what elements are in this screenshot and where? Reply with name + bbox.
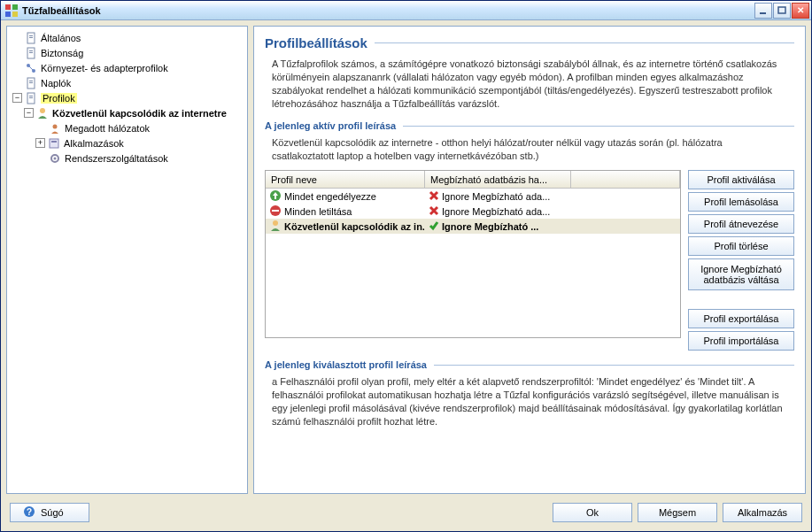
main-panel: Profilbeállítások A Tűzfalprofilok számo… — [253, 26, 806, 494]
svg-rect-1 — [12, 4, 18, 10]
collapse-icon[interactable]: − — [24, 108, 34, 118]
tree-label: Profilok — [41, 93, 77, 104]
check-icon — [429, 220, 439, 233]
tree-item-logs[interactable]: Naplók — [9, 75, 245, 90]
user-icon — [269, 220, 282, 234]
tree-label: Környezet- és adapterprofilok — [41, 63, 168, 73]
cell-name: Közvetlenül kapcsolódik az in... — [284, 221, 425, 232]
page-heading: Profilbeállítások — [265, 35, 794, 50]
svg-line-14 — [29, 66, 33, 70]
profiles-table[interactable]: Profil neve Megbízható adatbázis ha... M… — [265, 170, 681, 338]
svg-rect-17 — [29, 82, 33, 83]
bottom-bar: ? Súgó Ok Mégsem Alkalmazás — [6, 499, 806, 526]
cell-trust: Ignore Megbízható ada... — [442, 206, 550, 217]
svg-rect-20 — [29, 97, 33, 98]
help-button[interactable]: ? Súgó — [10, 503, 89, 522]
clone-button[interactable]: Profil lemásolása — [688, 192, 794, 212]
tree-item-security[interactable]: Biztonság — [9, 45, 245, 60]
col-profile-name[interactable]: Profil neve — [266, 171, 425, 188]
toggle-trust-button[interactable]: Ignore Megbízható adatbázis váltása — [688, 258, 794, 290]
table-row[interactable]: Mindet engedélyezze Ignore Megbízható ad… — [266, 189, 680, 204]
import-button[interactable]: Profil importálása — [688, 331, 794, 351]
tree-item-profiles[interactable]: − Profilok — [9, 90, 245, 105]
rename-button[interactable]: Profil átnevezése — [688, 214, 794, 234]
tree-item-adapters[interactable]: Környezet- és adapterprofilok — [9, 60, 245, 75]
table-row[interactable]: Minden letiltása Ignore Megbízható ada..… — [266, 204, 680, 219]
svg-rect-2 — [5, 12, 11, 17]
delete-button[interactable]: Profil törlése — [688, 236, 794, 256]
svg-point-26 — [54, 157, 57, 159]
active-profile-heading: A jelenleg aktív profil leírása — [265, 120, 794, 131]
block-icon — [269, 204, 282, 219]
svg-rect-3 — [12, 12, 18, 17]
close-button[interactable]: ✕ — [792, 3, 809, 19]
tree-item-direct-internet[interactable]: − Közvetlenül kapcsolódik az internetre — [9, 105, 245, 120]
maximize-button[interactable] — [773, 3, 791, 19]
window-title: Tűzfalbeállítások — [22, 5, 754, 16]
minimize-button[interactable] — [754, 3, 772, 19]
table-row[interactable]: Közvetlenül kapcsolódik az in... Ignore … — [266, 219, 680, 234]
profiles-area: Profil neve Megbízható adatbázis ha... M… — [265, 170, 794, 351]
help-icon: ? — [23, 505, 35, 520]
cell-trust: Ignore Megbízható ada... — [442, 191, 550, 202]
page-heading-text: Profilbeállítások — [265, 35, 367, 50]
activate-button[interactable]: Profil aktiválása — [688, 170, 794, 189]
cell-name: Mindet engedélyezze — [284, 191, 376, 202]
gear-icon — [48, 151, 62, 166]
person-icon — [48, 121, 62, 135]
tree-item-apps[interactable]: + Alkalmazások — [9, 135, 245, 150]
col-trusted-db[interactable]: Megbízható adatbázis ha... — [425, 171, 571, 188]
nav-tree[interactable]: Általános Biztonság Környezet- és adapte… — [6, 26, 248, 494]
selected-profile-heading: A jelenleg kiválasztott profil leírása — [265, 359, 794, 370]
svg-rect-29 — [272, 210, 279, 212]
col-spacer — [571, 171, 680, 188]
doc-icon — [24, 76, 38, 90]
tree-label: Közvetlenül kapcsolódik az internetre — [52, 108, 227, 119]
svg-rect-19 — [29, 96, 33, 96]
tree-item-services[interactable]: Rendszerszolgáltatások — [9, 150, 245, 166]
table-header: Profil neve Megbízható adatbázis ha... — [266, 171, 680, 189]
svg-rect-7 — [29, 35, 33, 36]
doc-icon — [24, 31, 38, 45]
cancel-button[interactable]: Mégsem — [638, 503, 717, 522]
content-row: Általános Biztonság Környezet- és adapte… — [6, 26, 806, 494]
help-label: Súgó — [41, 507, 64, 518]
table-body: Mindet engedélyezze Ignore Megbízható ad… — [266, 189, 680, 234]
titlebar: Tűzfalbeállítások ✕ — [1, 1, 811, 20]
tree-label: Rendszerszolgáltatások — [65, 153, 168, 164]
svg-text:?: ? — [27, 507, 32, 517]
selected-profile-text: a Felhasználói profil olyan profil, mely… — [265, 374, 794, 429]
collapse-icon[interactable]: − — [12, 93, 22, 103]
ok-button[interactable]: Ok — [553, 503, 632, 522]
expand-icon[interactable]: + — [35, 138, 45, 148]
cell-trust: Ignore Megbízható ... — [442, 221, 538, 232]
profile-buttons: Profil aktiválása Profil lemásolása Prof… — [688, 170, 794, 351]
svg-rect-10 — [29, 50, 33, 51]
tree-label: Alkalmazások — [64, 138, 124, 149]
tree-label: Általános — [41, 33, 81, 43]
tree-item-networks[interactable]: Megadott hálózatok — [9, 120, 245, 135]
svg-rect-0 — [5, 4, 11, 10]
tree-label: Megadott hálózatok — [65, 123, 150, 134]
tree-label: Naplók — [41, 78, 71, 89]
client-area: Általános Biztonság Környezet- és adapte… — [1, 20, 811, 531]
x-icon — [429, 190, 439, 203]
network-icon — [24, 61, 38, 75]
svg-point-21 — [40, 108, 45, 113]
apply-button[interactable]: Alkalmazás — [723, 503, 802, 522]
tree-label: Biztonság — [41, 48, 83, 58]
export-button[interactable]: Profil exportálása — [688, 309, 794, 328]
active-profile-text: Közvetlenül kapcsolódik az internetre - … — [265, 135, 794, 165]
tree-item-general[interactable]: Általános — [9, 30, 245, 45]
svg-rect-11 — [29, 52, 33, 53]
svg-rect-16 — [29, 81, 33, 81]
app-icon — [4, 4, 19, 18]
doc-icon — [24, 46, 38, 60]
intro-text: A Tűzfalprofilok számos, a számítógépre … — [265, 56, 794, 112]
subheading-text: A jelenleg aktív profil leírása — [265, 120, 396, 131]
cell-name: Minden letiltása — [284, 206, 352, 217]
svg-rect-23 — [50, 139, 58, 148]
svg-rect-24 — [51, 141, 57, 143]
subheading-text: A jelenleg kiválasztott profil leírása — [265, 359, 427, 370]
x-icon — [429, 205, 439, 218]
